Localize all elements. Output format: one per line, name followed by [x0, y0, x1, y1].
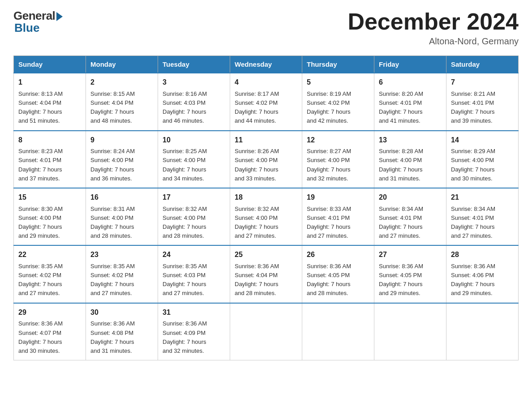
calendar-cell: 30Sunrise: 8:36 AMSunset: 4:08 PMDayligh… — [86, 303, 158, 360]
day-number: 17 — [163, 192, 225, 203]
day-info: Sunrise: 8:36 AMSunset: 4:05 PMDaylight:… — [307, 262, 369, 298]
calendar-cell: 4Sunrise: 8:17 AMSunset: 4:02 PMDaylight… — [230, 73, 302, 130]
calendar-cell: 15Sunrise: 8:30 AMSunset: 4:00 PMDayligh… — [14, 188, 86, 245]
calendar-cell: 27Sunrise: 8:36 AMSunset: 4:05 PMDayligh… — [374, 245, 446, 303]
day-number: 10 — [163, 135, 225, 146]
day-number: 12 — [307, 135, 369, 146]
day-number: 14 — [451, 135, 514, 146]
calendar-cell: 1Sunrise: 8:13 AMSunset: 4:04 PMDaylight… — [14, 73, 86, 130]
day-info: Sunrise: 8:21 AMSunset: 4:01 PMDaylight:… — [451, 90, 514, 126]
page-header: General Blue December 2024 Altona-Nord, … — [13, 9, 519, 47]
calendar-cell: 8Sunrise: 8:23 AMSunset: 4:01 PMDaylight… — [14, 131, 86, 188]
calendar-location: Altona-Nord, Germany — [348, 36, 519, 47]
calendar-header-row: SundayMondayTuesdayWednesdayThursdayFrid… — [14, 56, 519, 73]
calendar-cell: 19Sunrise: 8:33 AMSunset: 4:01 PMDayligh… — [302, 188, 374, 245]
day-number: 9 — [90, 135, 153, 146]
logo-blue-text: Blue — [13, 21, 39, 35]
day-number: 27 — [379, 249, 442, 261]
day-info: Sunrise: 8:36 AMSunset: 4:07 PMDaylight:… — [18, 319, 81, 355]
day-number: 5 — [307, 77, 369, 88]
calendar-cell — [302, 303, 374, 360]
day-number: 28 — [451, 249, 514, 261]
day-number: 30 — [90, 307, 153, 318]
day-number: 4 — [235, 77, 297, 88]
day-info: Sunrise: 8:17 AMSunset: 4:02 PMDaylight:… — [235, 90, 297, 126]
day-number: 15 — [18, 192, 81, 203]
day-info: Sunrise: 8:32 AMSunset: 4:00 PMDaylight:… — [163, 205, 225, 241]
day-number: 21 — [451, 192, 514, 203]
calendar-cell: 25Sunrise: 8:36 AMSunset: 4:04 PMDayligh… — [230, 245, 302, 303]
calendar-week-row: 22Sunrise: 8:35 AMSunset: 4:02 PMDayligh… — [14, 245, 519, 303]
day-number: 2 — [90, 77, 153, 88]
calendar-title: December 2024 — [348, 9, 519, 34]
day-number: 1 — [18, 77, 81, 88]
calendar-header-tuesday: Tuesday — [158, 56, 230, 73]
calendar-cell: 17Sunrise: 8:32 AMSunset: 4:00 PMDayligh… — [158, 188, 230, 245]
calendar-cell: 31Sunrise: 8:36 AMSunset: 4:09 PMDayligh… — [158, 303, 230, 360]
day-number: 19 — [307, 192, 369, 203]
day-number: 7 — [451, 77, 514, 88]
day-number: 31 — [163, 307, 225, 318]
calendar-week-row: 29Sunrise: 8:36 AMSunset: 4:07 PMDayligh… — [14, 303, 519, 360]
calendar-week-row: 8Sunrise: 8:23 AMSunset: 4:01 PMDaylight… — [14, 131, 519, 188]
day-info: Sunrise: 8:20 AMSunset: 4:01 PMDaylight:… — [379, 90, 442, 126]
day-info: Sunrise: 8:36 AMSunset: 4:06 PMDaylight:… — [451, 262, 514, 298]
day-info: Sunrise: 8:34 AMSunset: 4:01 PMDaylight:… — [379, 205, 442, 241]
calendar-cell: 9Sunrise: 8:24 AMSunset: 4:00 PMDaylight… — [86, 131, 158, 188]
calendar-cell: 13Sunrise: 8:28 AMSunset: 4:00 PMDayligh… — [374, 131, 446, 188]
day-info: Sunrise: 8:13 AMSunset: 4:04 PMDaylight:… — [18, 90, 81, 126]
day-number: 3 — [163, 77, 225, 88]
calendar-cell: 14Sunrise: 8:29 AMSunset: 4:00 PMDayligh… — [446, 131, 519, 188]
day-info: Sunrise: 8:36 AMSunset: 4:08 PMDaylight:… — [90, 319, 153, 355]
calendar-week-row: 1Sunrise: 8:13 AMSunset: 4:04 PMDaylight… — [14, 73, 519, 130]
logo: General Blue — [13, 9, 63, 35]
day-number: 24 — [163, 249, 225, 261]
day-info: Sunrise: 8:31 AMSunset: 4:00 PMDaylight:… — [90, 205, 153, 241]
calendar-week-row: 15Sunrise: 8:30 AMSunset: 4:00 PMDayligh… — [14, 188, 519, 245]
day-number: 22 — [18, 249, 81, 261]
day-info: Sunrise: 8:24 AMSunset: 4:00 PMDaylight:… — [90, 147, 153, 183]
calendar-header-wednesday: Wednesday — [230, 56, 302, 73]
day-info: Sunrise: 8:23 AMSunset: 4:01 PMDaylight:… — [18, 147, 81, 183]
day-info: Sunrise: 8:33 AMSunset: 4:01 PMDaylight:… — [307, 205, 369, 241]
calendar-cell: 7Sunrise: 8:21 AMSunset: 4:01 PMDaylight… — [446, 73, 519, 130]
day-info: Sunrise: 8:29 AMSunset: 4:00 PMDaylight:… — [451, 147, 514, 183]
day-info: Sunrise: 8:27 AMSunset: 4:00 PMDaylight:… — [307, 147, 369, 183]
calendar-cell: 20Sunrise: 8:34 AMSunset: 4:01 PMDayligh… — [374, 188, 446, 245]
day-number: 20 — [379, 192, 442, 203]
day-info: Sunrise: 8:28 AMSunset: 4:00 PMDaylight:… — [379, 147, 442, 183]
calendar-header-friday: Friday — [374, 56, 446, 73]
calendar-header-monday: Monday — [86, 56, 158, 73]
day-info: Sunrise: 8:35 AMSunset: 4:03 PMDaylight:… — [163, 262, 225, 298]
day-number: 13 — [379, 135, 442, 146]
day-info: Sunrise: 8:30 AMSunset: 4:00 PMDaylight:… — [18, 205, 81, 241]
day-number: 25 — [235, 249, 297, 261]
calendar-header-sunday: Sunday — [14, 56, 86, 73]
day-info: Sunrise: 8:36 AMSunset: 4:05 PMDaylight:… — [379, 262, 442, 298]
calendar-cell: 11Sunrise: 8:26 AMSunset: 4:00 PMDayligh… — [230, 131, 302, 188]
calendar-cell — [374, 303, 446, 360]
calendar-cell: 21Sunrise: 8:34 AMSunset: 4:01 PMDayligh… — [446, 188, 519, 245]
calendar-cell: 5Sunrise: 8:19 AMSunset: 4:02 PMDaylight… — [302, 73, 374, 130]
day-info: Sunrise: 8:25 AMSunset: 4:00 PMDaylight:… — [163, 147, 225, 183]
day-number: 11 — [235, 135, 297, 146]
day-info: Sunrise: 8:32 AMSunset: 4:00 PMDaylight:… — [235, 205, 297, 241]
day-number: 8 — [18, 135, 81, 146]
calendar-header-saturday: Saturday — [446, 56, 519, 73]
calendar-cell: 10Sunrise: 8:25 AMSunset: 4:00 PMDayligh… — [158, 131, 230, 188]
day-info: Sunrise: 8:19 AMSunset: 4:02 PMDaylight:… — [307, 90, 369, 126]
calendar-cell: 24Sunrise: 8:35 AMSunset: 4:03 PMDayligh… — [158, 245, 230, 303]
day-info: Sunrise: 8:35 AMSunset: 4:02 PMDaylight:… — [18, 262, 81, 298]
calendar-table: SundayMondayTuesdayWednesdayThursdayFrid… — [13, 56, 519, 360]
calendar-cell: 3Sunrise: 8:16 AMSunset: 4:03 PMDaylight… — [158, 73, 230, 130]
calendar-cell: 22Sunrise: 8:35 AMSunset: 4:02 PMDayligh… — [14, 245, 86, 303]
calendar-cell: 29Sunrise: 8:36 AMSunset: 4:07 PMDayligh… — [14, 303, 86, 360]
calendar-cell: 6Sunrise: 8:20 AMSunset: 4:01 PMDaylight… — [374, 73, 446, 130]
day-number: 23 — [90, 249, 153, 261]
calendar-cell: 2Sunrise: 8:15 AMSunset: 4:04 PMDaylight… — [86, 73, 158, 130]
calendar-cell: 23Sunrise: 8:35 AMSunset: 4:02 PMDayligh… — [86, 245, 158, 303]
day-number: 6 — [379, 77, 442, 88]
calendar-cell: 28Sunrise: 8:36 AMSunset: 4:06 PMDayligh… — [446, 245, 519, 303]
day-number: 16 — [90, 192, 153, 203]
day-number: 29 — [18, 307, 81, 318]
